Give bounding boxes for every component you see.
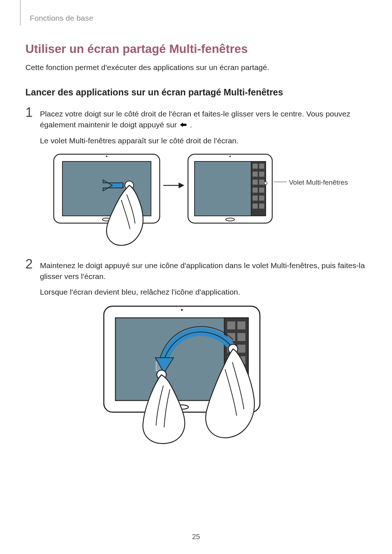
step-2-text-1: Maintenez le doigt appuyé sur une icône … <box>40 260 367 282</box>
svg-point-9 <box>229 156 231 157</box>
svg-point-1 <box>106 156 107 157</box>
svg-rect-23 <box>253 204 258 209</box>
intro-text: Cette fonction permet d'exécuter des app… <box>25 62 367 73</box>
step-2: Maintenez le doigt appuyé sur une icône … <box>25 260 367 446</box>
sub-title: Lancer des applications sur un écran par… <box>25 87 367 98</box>
svg-marker-7 <box>179 182 184 188</box>
svg-rect-20 <box>259 188 264 193</box>
back-icon <box>179 121 190 128</box>
svg-point-25 <box>264 182 267 185</box>
svg-rect-15 <box>253 172 258 177</box>
step-1-text-2: Le volet Multi-fenêtres apparaît sur le … <box>40 135 367 146</box>
header-rule <box>20 0 21 25</box>
svg-rect-19 <box>253 188 258 193</box>
figure-1-tablet-swipe <box>52 153 161 247</box>
step-1: Placez votre doigt sur le côté droit de … <box>25 108 367 247</box>
svg-rect-31 <box>227 321 235 329</box>
page-number: 25 <box>0 533 392 541</box>
figure-1: Volet Multi-fenêtres <box>52 153 367 247</box>
arrow-right-icon <box>161 153 187 247</box>
step-1-text-1a: Placez votre doigt sur le côté droit de … <box>40 110 350 129</box>
svg-rect-22 <box>259 196 264 201</box>
callout-tray-label: Volet Multi-fenêtres <box>289 178 348 186</box>
step-2-text-2: Lorsque l'écran devient bleu, relâchez l… <box>40 287 367 297</box>
manual-page: Fonctions de base Utiliser un écran part… <box>0 0 392 554</box>
svg-rect-17 <box>253 180 258 185</box>
step-1-text-1: Placez votre doigt sur le côté droit de … <box>40 108 367 130</box>
figure-2 <box>102 304 367 446</box>
svg-rect-18 <box>259 180 264 185</box>
svg-rect-24 <box>259 204 264 209</box>
callout-line <box>274 182 287 182</box>
svg-rect-34 <box>237 333 245 341</box>
svg-rect-13 <box>253 164 258 169</box>
svg-rect-14 <box>259 164 264 169</box>
svg-rect-16 <box>259 172 264 177</box>
figure-1-tablet-tray <box>187 153 274 225</box>
svg-rect-21 <box>253 196 258 201</box>
section-title: Utiliser un écran partagé Multi-fenêtres <box>25 42 367 56</box>
svg-rect-36 <box>237 345 245 353</box>
figure-2-tablet-drag <box>102 304 276 446</box>
svg-point-27 <box>181 309 183 311</box>
step-1-text-1b: . <box>190 120 192 129</box>
step-list: Placez votre doigt sur le côté droit de … <box>25 108 367 446</box>
svg-rect-32 <box>237 321 245 329</box>
breadcrumb: Fonctions de base <box>30 14 367 22</box>
